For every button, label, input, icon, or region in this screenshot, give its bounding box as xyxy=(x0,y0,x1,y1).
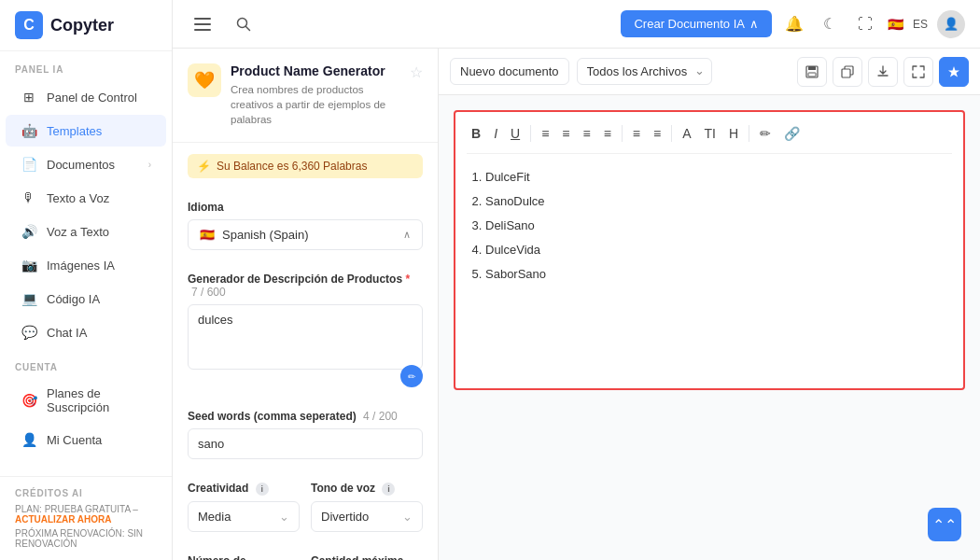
chevron-down-icon: ⌄ xyxy=(279,510,289,524)
main-content: Crear Documento IA ∧ 🔔 ☾ ⛶ 🇪🇸 ES 👤 🧡 Pro… xyxy=(173,0,980,560)
sidebar-item-label: Imágenes IA xyxy=(47,259,151,273)
heading-button[interactable]: H xyxy=(724,123,743,144)
align-right-button[interactable]: ≡ xyxy=(578,123,595,144)
balance-badge: ⚡ Su Balance es 6,360 Palabras xyxy=(188,154,423,178)
separator xyxy=(530,125,531,142)
menu-toggle-button[interactable] xyxy=(188,9,217,39)
svg-rect-7 xyxy=(808,73,816,77)
copy-document-button[interactable] xyxy=(833,57,862,87)
edit-button[interactable]: ✏ xyxy=(400,365,423,387)
sidebar-item-label: Templates xyxy=(47,124,151,138)
avatar[interactable]: 👤 xyxy=(937,10,965,38)
toolbar-actions xyxy=(797,57,969,87)
bold-button[interactable]: B xyxy=(467,123,485,144)
download-button[interactable] xyxy=(868,57,898,87)
archive-select[interactable]: Todos los Archivos xyxy=(577,58,712,85)
align-left-button[interactable]: ≡ xyxy=(537,123,553,144)
editor-formatting-toolbar: B I U ≡ ≡ ≡ ≡ ≡ ≡ A TI H xyxy=(467,123,952,154)
tono-label-text: Tono de voz xyxy=(311,482,375,495)
font-color-button[interactable]: A xyxy=(678,123,695,144)
plan-dash: – xyxy=(133,504,138,514)
creatividad-value: Media xyxy=(198,510,231,524)
idioma-label: Idioma xyxy=(188,201,423,214)
editor-content: DulceFitSanoDulceDeliSanoDulceVidaSaborS… xyxy=(467,165,952,287)
desc-textarea[interactable]: dulces xyxy=(188,304,423,370)
creatividad-label-text: Creatividad xyxy=(188,482,248,495)
tono-select[interactable]: Divertido ⌄ xyxy=(311,501,423,532)
sidebar-item-panel-control[interactable]: ⊞ Panel de Control xyxy=(6,81,166,113)
flag-icon: 🇪🇸 xyxy=(888,17,903,32)
underline-button[interactable]: U xyxy=(506,123,525,144)
link-button[interactable]: 🔗 xyxy=(779,123,805,144)
balance-text: Su Balance es 6,360 Palabras xyxy=(217,160,367,173)
required-marker: * xyxy=(405,273,410,286)
grid-icon: ⊞ xyxy=(21,89,37,105)
plans-icon: 🎯 xyxy=(21,392,37,409)
robot-icon: 🤖 xyxy=(21,122,37,139)
topbar-right: Crear Documento IA ∧ 🔔 ☾ ⛶ 🇪🇸 ES 👤 xyxy=(621,10,965,38)
seed-input[interactable] xyxy=(188,428,423,459)
lang-select[interactable]: 🇪🇸 Spanish (Spain) ∧ xyxy=(188,219,423,250)
align-center-button[interactable]: ≡ xyxy=(557,123,574,144)
camera-icon: 📷 xyxy=(21,257,37,273)
lang-label: ES xyxy=(913,18,928,31)
svg-rect-0 xyxy=(194,18,211,20)
left-panel: 🧡 Product Name Generator Crea nombres de… xyxy=(173,49,439,560)
editor-box[interactable]: B I U ≡ ≡ ≡ ≡ ≡ ≡ A TI H xyxy=(454,110,965,390)
plan-upgrade-link[interactable]: ACTUALIZAR AHORA xyxy=(15,514,112,525)
logo-text: Copyter xyxy=(50,16,114,35)
cuenta-section-label: CUENTA xyxy=(0,349,172,378)
panel-description: Crea nombres de productos creativos a pa… xyxy=(231,82,400,127)
creatividad-info-icon[interactable]: i xyxy=(256,483,269,496)
text-size-button[interactable]: TI xyxy=(700,123,721,144)
idioma-section: Idioma 🇪🇸 Spanish (Spain) ∧ xyxy=(173,189,438,261)
sidebar-item-label: Código IA xyxy=(47,292,151,306)
sidebar-item-codigo-ia[interactable]: 💻 Código IA xyxy=(6,283,166,315)
doc-select-value: Nuevo documento xyxy=(460,64,559,78)
sidebar-item-chat-ia[interactable]: 💬 Chat IA xyxy=(6,316,166,348)
two-col-num-layout: Número de resultados i Cantidad máxima p… xyxy=(188,554,423,560)
creatividad-select[interactable]: Media ⌄ xyxy=(188,501,300,532)
sidebar-item-texto-a-voz[interactable]: 🎙 Texto a Voz xyxy=(6,182,166,214)
sidebar-item-planes[interactable]: 🎯 Planes de Suscripción xyxy=(6,379,166,422)
sidebar-item-label: Voz a Texto xyxy=(47,225,151,239)
save-document-button[interactable] xyxy=(797,57,827,87)
separator xyxy=(671,125,672,142)
tono-value: Divertido xyxy=(321,510,369,524)
panel-icon: 🧡 xyxy=(188,63,221,97)
sidebar-item-imagenes-ia[interactable]: 📷 Imágenes IA xyxy=(6,249,166,281)
doc-select[interactable]: Nuevo documento xyxy=(450,58,569,85)
favorite-button[interactable]: ☆ xyxy=(410,63,423,81)
fullscreen-button[interactable]: ⛶ xyxy=(852,11,878,37)
crear-documento-button[interactable]: Crear Documento IA ∧ xyxy=(621,10,772,37)
content-area: 🧡 Product Name Generator Crea nombres de… xyxy=(173,49,980,560)
document-icon: 📄 xyxy=(21,156,37,173)
unordered-list-button[interactable]: ≡ xyxy=(649,123,665,144)
max-por-resultado-label: Cantidad máxima por resultado i xyxy=(311,554,423,560)
sidebar-item-documentos[interactable]: 📄 Documentos › xyxy=(6,148,166,180)
tono-info-icon[interactable]: i xyxy=(382,483,395,496)
expand-button[interactable] xyxy=(903,57,933,87)
user-icon: 👤 xyxy=(21,431,37,448)
tono-label: Tono de voz i xyxy=(311,482,423,496)
search-button[interactable] xyxy=(229,9,259,39)
sidebar-item-mi-cuenta[interactable]: 👤 Mi Cuenta xyxy=(6,424,166,455)
creditos-label: CRÉDITOS AI xyxy=(15,488,157,504)
chevron-right-icon: › xyxy=(148,160,151,170)
desc-counter: 7 / 600 xyxy=(191,286,226,299)
italic-button[interactable]: I xyxy=(489,123,502,144)
sidebar-item-templates[interactable]: 🤖 Templates xyxy=(6,115,166,147)
justify-button[interactable]: ≡ xyxy=(599,123,616,144)
topbar: Crear Documento IA ∧ 🔔 ☾ ⛶ 🇪🇸 ES 👤 xyxy=(173,0,980,49)
notifications-button[interactable]: 🔔 xyxy=(781,11,807,37)
scroll-top-button[interactable]: ⌃⌃ xyxy=(928,508,961,541)
creatividad-label: Creatividad i xyxy=(188,482,300,496)
ai-generate-button[interactable] xyxy=(939,57,969,87)
sidebar-item-voz-a-texto[interactable]: 🔊 Voz a Texto xyxy=(6,216,166,247)
ordered-list-button[interactable]: ≡ xyxy=(628,123,645,144)
dark-mode-button[interactable]: ☾ xyxy=(817,11,843,37)
pen-button[interactable]: ✏ xyxy=(755,123,776,144)
seed-counter: 4 / 200 xyxy=(363,410,398,423)
code-icon: 💻 xyxy=(21,290,37,307)
chevron-down-icon: ⌄ xyxy=(402,510,413,524)
